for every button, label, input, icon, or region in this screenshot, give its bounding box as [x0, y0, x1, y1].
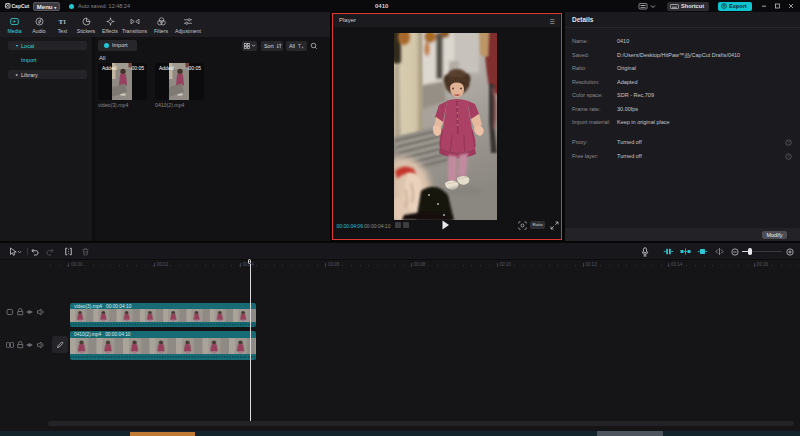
- svg-text:I: I: [63, 19, 65, 25]
- svg-text:T: T: [58, 18, 63, 26]
- svg-text:0410(2).mp4 00:00:04:10: 0410(2).mp4 00:00:04:10: [74, 332, 131, 337]
- svg-text:?: ?: [787, 154, 790, 159]
- svg-text:?: ?: [787, 140, 790, 145]
- svg-text:CapCut: CapCut: [12, 3, 30, 9]
- svg-text:video(3).mp4 00:00:04:10: video(3).mp4 00:00:04:10: [74, 304, 132, 309]
- svg-text:T: T: [298, 43, 301, 48]
